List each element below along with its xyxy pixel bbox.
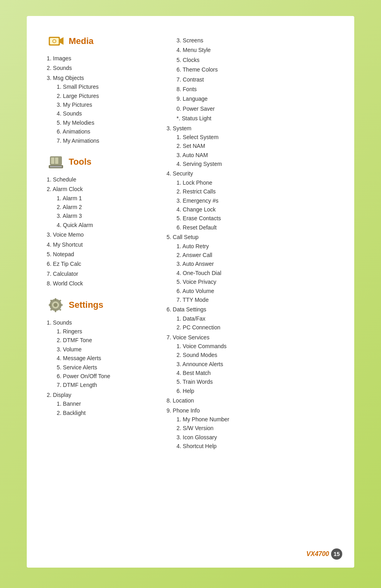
list-item: 4. Message Alerts [57, 354, 151, 363]
media-section-header: Media [47, 32, 151, 50]
list-item: 3. Volume [57, 345, 151, 354]
list-item: 1. Alarm 1 [57, 194, 151, 203]
settings-left-list: 1. Sounds 1. Ringers 2. DTMF Tone 3. Vol… [47, 318, 151, 417]
list-item: 3. System 1. Select System 2. Set NAM 3.… [167, 124, 334, 169]
list-item: 4. Quick Alarm [57, 221, 151, 229]
model-label: VX4700 [306, 550, 329, 558]
list-item: 1. Schedule [47, 175, 151, 184]
list-item: 8. World Clock [47, 279, 151, 288]
list-item: 6. Help [177, 387, 334, 395]
svg-rect-13 [55, 298, 56, 301]
svg-rect-7 [51, 157, 54, 164]
list-item: 6. Power On/Off Tone [57, 372, 151, 381]
list-item: 4. Sounds [57, 109, 151, 118]
settings-title: Settings [69, 300, 103, 310]
list-item: 1. Images [47, 54, 151, 63]
list-item: 7. Voice Services 1. Voice Commands 2. S… [167, 333, 334, 396]
list-item: 9. Phone Info 1. My Phone Number 2. S/W … [167, 406, 334, 451]
list-item: 5. Voice Privacy [177, 277, 334, 286]
page-footer: VX4700 15 [306, 548, 342, 560]
list-item: 8. Location [167, 396, 334, 405]
tools-list: 1. Schedule 2. Alarm Clock 1. Alarm 1 2.… [47, 175, 151, 288]
list-item: 7. Calculator [47, 269, 151, 278]
list-item: 6. Theme Colors [167, 65, 334, 74]
list-item: 4. Serving System [177, 159, 334, 168]
list-item: 1. Small Pictures [57, 82, 151, 91]
list-item: 3. Auto Answer [177, 259, 334, 268]
list-item: 1. Auto Retry [177, 242, 334, 251]
sounds-sublist: 1. Ringers 2. DTMF Tone 3. Volume 4. Mes… [47, 327, 151, 390]
list-item: 1. My Phone Number [177, 415, 334, 424]
list-item: 3. Msg Objects 1. Small Pictures 2. Larg… [47, 74, 151, 145]
voice-services-sublist: 1. Voice Commands 2. Sound Modes 3. Anno… [167, 342, 334, 395]
call-setup-sublist: 1. Auto Retry 2. Answer Call 3. Auto Ans… [167, 242, 334, 305]
right-column: 3. Screens 4. Menu Style 5. Clocks 6. Th… [167, 32, 334, 452]
list-item: 6. Auto Volume [177, 287, 334, 295]
list-item: 2. Large Pictures [57, 92, 151, 100]
svg-rect-14 [55, 310, 56, 312]
list-item: 2. Set NAM [177, 142, 334, 150]
svg-rect-8 [55, 157, 58, 164]
list-item: 5. My Melodies [57, 118, 151, 127]
list-item: 2. DTMF Tone [57, 336, 151, 345]
list-item: 5. Erase Contacts [177, 214, 334, 223]
list-item: 5. Clocks [167, 56, 334, 64]
list-item: 2. Alarm 2 [57, 203, 151, 211]
list-item: 4. Best Match [177, 369, 334, 377]
list-item: 6. Reset Default [177, 223, 334, 232]
media-icon [47, 32, 65, 50]
svg-marker-1 [60, 37, 64, 45]
svg-rect-15 [49, 304, 51, 306]
alarm-clock-sublist: 1. Alarm 1 2. Alarm 2 3. Alarm 3 4. Quic… [47, 194, 151, 230]
svg-rect-16 [60, 304, 63, 306]
list-item: 1. Data/Fax [177, 314, 334, 323]
page-container: Media 1. Images 2. Sounds 3. Msg Objects… [27, 16, 354, 568]
tools-icon [47, 153, 65, 171]
list-item: 2. Alarm Clock 1. Alarm 1 2. Alarm 2 3. … [47, 185, 151, 229]
list-item: 7. My Animations [57, 136, 151, 145]
list-item: 4. Menu Style [167, 46, 334, 54]
security-sublist: 1. Lock Phone 2. Restrict Calls 3. Emerg… [167, 178, 334, 232]
list-item: 3. Alarm 3 [57, 211, 151, 220]
list-item: 7. DTMF Length [57, 381, 151, 389]
list-item: 3. My Pictures [57, 100, 151, 109]
list-item: 1. Sounds 1. Ringers 2. DTMF Tone 3. Vol… [47, 318, 151, 390]
system-sublist: 1. Select System 2. Set NAM 3. Auto NAM … [167, 133, 334, 169]
list-item: 5. Call Setup 1. Auto Retry 2. Answer Ca… [167, 233, 334, 304]
svg-point-4 [53, 40, 56, 42]
left-column: Media 1. Images 2. Sounds 3. Msg Objects… [47, 32, 151, 452]
svg-point-12 [54, 303, 58, 307]
list-item: 3. Icon Glossary [177, 433, 334, 442]
list-item: 2. Answer Call [177, 251, 334, 259]
settings-icon [47, 296, 65, 314]
tools-section-header: Tools [47, 153, 151, 171]
list-item: 4. Security 1. Lock Phone 2. Restrict Ca… [167, 169, 334, 232]
svg-rect-9 [50, 166, 62, 167]
list-item: 3. Announce Alerts [177, 360, 334, 369]
list-item: 2. PC Connection [177, 323, 334, 332]
list-item: 2. Sound Modes [177, 351, 334, 359]
list-item: 2. Backlight [57, 409, 151, 417]
list-item: 4. Shortcut Help [177, 442, 334, 450]
list-item: 5. Service Alerts [57, 363, 151, 372]
list-item: 6. Data Settings 1. Data/Fax 2. PC Conne… [167, 305, 334, 332]
list-item: 2. Display 1. Banner 2. Backlight [47, 391, 151, 417]
list-item: 6. Ez Tip Calc [47, 259, 151, 268]
list-item: 1. Voice Commands [177, 342, 334, 351]
media-list: 1. Images 2. Sounds 3. Msg Objects 1. Sm… [47, 54, 151, 145]
list-item: 1. Banner [57, 399, 151, 408]
list-item: 1. Ringers [57, 327, 151, 336]
list-item: 3. Voice Memo [47, 230, 151, 239]
tools-title: Tools [69, 157, 91, 167]
media-title: Media [69, 36, 93, 46]
list-item: 2. S/W Version [177, 424, 334, 433]
list-item: 1. Lock Phone [177, 178, 334, 187]
msg-objects-sublist: 1. Small Pictures 2. Large Pictures 3. M… [47, 82, 151, 145]
list-item: *. Status Light [167, 114, 334, 123]
list-item: 1. Select System [177, 133, 334, 142]
list-item: 2. Restrict Calls [177, 187, 334, 196]
list-item: 6. Animations [57, 127, 151, 136]
list-item: 3. Auto NAM [177, 151, 334, 159]
page-number: 15 [331, 548, 342, 560]
settings-right-list: 3. Screens 4. Menu Style 5. Clocks 6. Th… [167, 32, 334, 451]
